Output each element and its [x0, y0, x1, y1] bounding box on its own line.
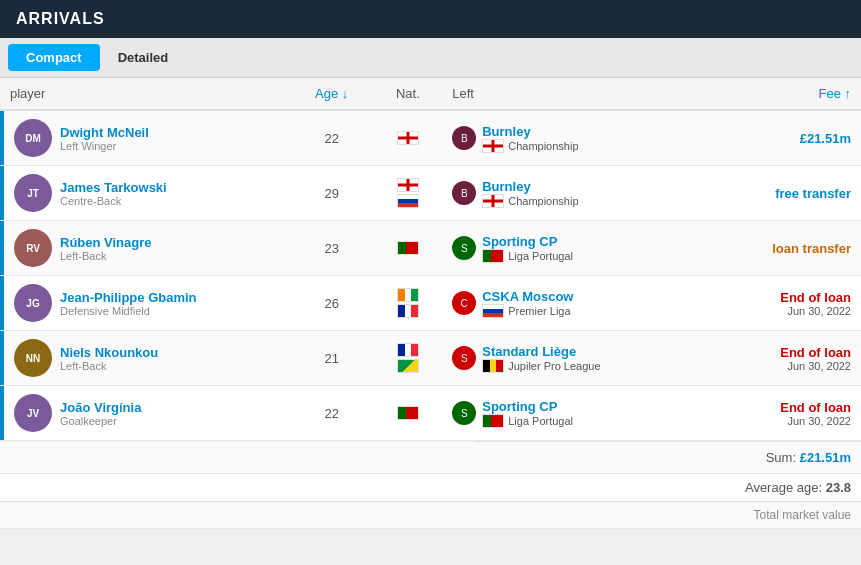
avg-value: 23.8: [826, 480, 851, 495]
club-name[interactable]: Sporting CP: [482, 399, 573, 414]
sum-label: Sum:: [766, 450, 796, 465]
tab-detailed[interactable]: Detailed: [100, 44, 187, 71]
player-avatar: NN: [14, 339, 52, 377]
player-nationality: [373, 221, 442, 276]
arrivals-table-wrap: player Age ↓ Nat. Left Fee ↑ DMDwight Mc…: [0, 78, 861, 529]
col-nat: Nat.: [373, 78, 442, 110]
transfer-fee: End of loanJun 30, 2022: [706, 276, 861, 331]
sum-row: Sum: £21.51m: [0, 442, 861, 474]
player-nationality: [373, 386, 442, 441]
league-name: Championship: [508, 195, 578, 207]
player-info-wrapper: JGJean-Philippe GbaminDefensive Midfield: [14, 284, 280, 322]
club-name[interactable]: CSKA Moscow: [482, 289, 573, 304]
club-logo: C: [452, 291, 476, 315]
club-logo: S: [452, 401, 476, 425]
table-row: JVJoão VirgíniaGoalkeeper22SSporting CPL…: [0, 386, 861, 441]
club-logo: B: [452, 126, 476, 150]
player-info-wrapper: JVJoão VirgíniaGoalkeeper: [14, 394, 280, 432]
league-flag: [482, 304, 504, 318]
player-avatar: JV: [14, 394, 52, 432]
player-from-club: SSporting CPLiga Portugal: [442, 386, 706, 441]
tab-compact[interactable]: Compact: [8, 44, 100, 71]
league-name: Liga Portugal: [508, 250, 573, 262]
club-name[interactable]: Sporting CP: [482, 234, 573, 249]
player-position: Left-Back: [60, 360, 158, 372]
player-info-wrapper: NNNiels NkounkouLeft-Back: [14, 339, 280, 377]
player-age: 21: [290, 331, 373, 386]
transfer-fee: free transfer: [706, 166, 861, 221]
arrivals-table: player Age ↓ Nat. Left Fee ↑ DMDwight Mc…: [0, 78, 861, 441]
player-cell-4: NNNiels NkounkouLeft-Back: [0, 331, 290, 386]
table-row: DMDwight McNeilLeft Winger22BBurnleyCham…: [0, 110, 861, 166]
player-name[interactable]: Niels Nkounkou: [60, 345, 158, 360]
player-details: Rúben VinagreLeft-Back: [60, 235, 152, 262]
player-avatar: JT: [14, 174, 52, 212]
player-info-wrapper: RVRúben VinagreLeft-Back: [14, 229, 280, 267]
col-player: player: [0, 78, 290, 110]
player-nationality: [373, 166, 442, 221]
player-age: 29: [290, 166, 373, 221]
player-info-wrapper: JTJames TarkowskiCentre-Back: [14, 174, 280, 212]
player-cell-3: JGJean-Philippe GbaminDefensive Midfield: [0, 276, 290, 331]
player-details: João VirgíniaGoalkeeper: [60, 400, 141, 427]
avg-label: Average age:: [745, 480, 822, 495]
player-position: Left Winger: [60, 140, 149, 152]
player-name[interactable]: James Tarkowski: [60, 180, 167, 195]
player-from-club: SStandard LiègeJupiler Pro League: [442, 331, 706, 386]
player-name[interactable]: Jean-Philippe Gbamin: [60, 290, 197, 305]
league-flag: [482, 414, 504, 428]
player-info-wrapper: DMDwight McNeilLeft Winger: [14, 119, 280, 157]
player-details: Jean-Philippe GbaminDefensive Midfield: [60, 290, 197, 317]
fee-main-value: free transfer: [716, 186, 851, 201]
club-info: Sporting CPLiga Portugal: [482, 234, 573, 263]
table-row: NNNiels NkounkouLeft-Back21SStandard Liè…: [0, 331, 861, 386]
player-from-club: BBurnleyChampionship: [442, 110, 706, 166]
col-left: Left: [442, 78, 706, 110]
fee-main-value: loan transfer: [716, 241, 851, 256]
player-from-club: SSporting CPLiga Portugal: [442, 221, 706, 276]
club-logo: B: [452, 181, 476, 205]
player-name[interactable]: João Virgínia: [60, 400, 141, 415]
player-age: 22: [290, 110, 373, 166]
player-age: 22: [290, 386, 373, 441]
table-row: JGJean-Philippe GbaminDefensive Midfield…: [0, 276, 861, 331]
market-row: Total market value: [0, 502, 861, 529]
player-age: 23: [290, 221, 373, 276]
tabs-bar: Compact Detailed: [0, 38, 861, 78]
transfer-fee: End of loanJun 30, 2022: [706, 331, 861, 386]
player-cell-0: DMDwight McNeilLeft Winger: [0, 110, 290, 166]
player-nationality: [373, 110, 442, 166]
player-cell-1: JTJames TarkowskiCentre-Back: [0, 166, 290, 221]
club-name[interactable]: Burnley: [482, 179, 578, 194]
col-age[interactable]: Age ↓: [290, 78, 373, 110]
table-header-row: player Age ↓ Nat. Left Fee ↑: [0, 78, 861, 110]
player-nationality: [373, 331, 442, 386]
club-logo: S: [452, 346, 476, 370]
club-info: Standard LiègeJupiler Pro League: [482, 344, 600, 373]
club-info: CSKA MoscowPremier Liga: [482, 289, 573, 318]
player-avatar: DM: [14, 119, 52, 157]
club-info: BurnleyChampionship: [482, 124, 578, 153]
fee-sub-value: Jun 30, 2022: [716, 360, 851, 372]
table-row: RVRúben VinagreLeft-Back23SSporting CPLi…: [0, 221, 861, 276]
fee-main-value: End of loan: [716, 345, 851, 360]
avg-row: Average age: 23.8: [0, 474, 861, 502]
player-name[interactable]: Rúben Vinagre: [60, 235, 152, 250]
market-label: Total market value: [754, 508, 851, 522]
player-name[interactable]: Dwight McNeil: [60, 125, 149, 140]
fee-main-value: End of loan: [716, 290, 851, 305]
fee-main-value: End of loan: [716, 400, 851, 415]
fee-sub-value: Jun 30, 2022: [716, 415, 851, 427]
club-name[interactable]: Standard Liège: [482, 344, 600, 359]
player-position: Left-Back: [60, 250, 152, 262]
club-info: BurnleyChampionship: [482, 179, 578, 208]
club-name[interactable]: Burnley: [482, 124, 578, 139]
table-row: JTJames TarkowskiCentre-Back29BBurnleyCh…: [0, 166, 861, 221]
player-from-club: CCSKA MoscowPremier Liga: [442, 276, 706, 331]
summary-table: Sum: £21.51m Average age: 23.8: [0, 441, 861, 529]
transfer-fee: £21.51m: [706, 110, 861, 166]
league-name: Liga Portugal: [508, 415, 573, 427]
transfer-fee: End of loanJun 30, 2022: [706, 386, 861, 441]
col-fee[interactable]: Fee ↑: [706, 78, 861, 110]
fee-main-value: £21.51m: [716, 131, 851, 146]
